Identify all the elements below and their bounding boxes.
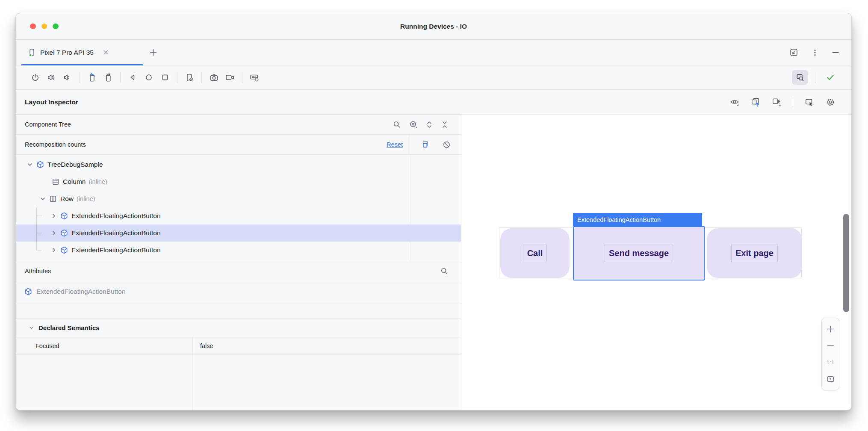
fab-exit-page[interactable]: Exit page — [707, 228, 802, 278]
title-bar: Running Devices - IO — [16, 13, 851, 40]
settings-gear-icon[interactable] — [826, 97, 835, 107]
tree-node-row[interactable]: Row (inline) — [16, 190, 461, 207]
layout-inspector-bar: Layout Inspector — [16, 90, 851, 115]
selection-outline[interactable]: Send message — [573, 226, 705, 280]
android-overview-icon[interactable] — [157, 70, 173, 85]
compose-node-icon — [60, 229, 68, 237]
selected-component-row: ExtendedFloatingActionButton — [16, 281, 461, 302]
android-home-icon[interactable] — [141, 70, 157, 85]
fab-send-message[interactable]: Send message — [576, 229, 702, 277]
layout-inspector-panel: Component Tree Reco — [16, 115, 461, 410]
chevron-right-icon[interactable] — [51, 230, 57, 236]
column-layout-icon — [52, 178, 59, 186]
node-label: ExtendedFloatingActionButton — [71, 246, 161, 254]
node-label: ExtendedFloatingActionButton — [71, 212, 161, 220]
attributes-empty-area — [16, 355, 461, 410]
android-back-icon[interactable] — [124, 70, 141, 85]
node-suffix: (inline) — [89, 178, 107, 185]
screen-record-icon[interactable] — [222, 70, 238, 85]
selection-tooltip: ExtendedFloatingActionButton — [573, 213, 702, 226]
declared-semantics-title: Declared Semantics — [38, 324, 100, 331]
compose-node-icon — [60, 246, 68, 254]
tab-pixel-7-pro[interactable]: Pixel 7 Pro API 35 — [21, 40, 143, 65]
node-label: Column — [63, 178, 86, 186]
active-tab-indicator — [21, 64, 143, 66]
tree-node-efab-1[interactable]: ExtendedFloatingActionButton — [16, 207, 461, 224]
close-tab-icon[interactable] — [103, 50, 109, 55]
show-counts-toggle-icon[interactable] — [421, 141, 429, 149]
zoom-to-fit-button[interactable] — [824, 373, 837, 386]
export-snapshot-icon[interactable] — [751, 97, 760, 107]
tree-node-column[interactable]: Column (inline) — [16, 173, 461, 190]
attributes-title: Attributes — [25, 268, 51, 275]
node-label: TreeDebugSample — [47, 161, 103, 168]
recomposition-counts-row: Recomposition counts Reset — [16, 135, 461, 155]
search-icon[interactable] — [440, 267, 448, 275]
zoom-in-button[interactable] — [824, 323, 837, 336]
add-device-tab-button[interactable] — [146, 45, 160, 60]
zoom-controls: 1:1 — [821, 318, 839, 390]
disable-counts-icon[interactable] — [443, 141, 451, 149]
zoom-actual-size-button[interactable]: 1:1 — [824, 356, 837, 369]
chevron-down-icon[interactable] — [40, 196, 46, 202]
tab-label: Pixel 7 Pro API 35 — [40, 49, 94, 56]
running-devices-window: Running Devices - IO Pixel 7 Pro API 35 — [15, 13, 852, 410]
expand-all-icon[interactable] — [426, 121, 433, 128]
zoom-out-button[interactable] — [824, 339, 837, 352]
semantics-name: Focused — [16, 337, 192, 354]
compose-node-icon — [36, 161, 44, 168]
tree-node-treedebugsample[interactable]: TreeDebugSample — [16, 156, 461, 173]
apply-check-icon[interactable] — [822, 70, 838, 85]
fab-call-label: Call — [523, 245, 547, 262]
more-options-kebab-icon[interactable] — [811, 49, 819, 56]
tree-node-efab-3[interactable]: ExtendedFloatingActionButton — [16, 242, 461, 259]
semantics-row-focused[interactable]: Focused false — [16, 337, 461, 355]
layout-inspector-toggle-icon[interactable] — [792, 70, 808, 85]
node-suffix: (inline) — [77, 195, 95, 202]
tree-node-efab-2-selected[interactable]: ExtendedFloatingActionButton — [16, 224, 461, 242]
rotate-left-icon[interactable] — [84, 70, 100, 85]
device-settings-icon[interactable] — [181, 70, 198, 85]
window-title: Running Devices - IO — [16, 23, 851, 30]
fab-exit-page-label: Exit page — [731, 245, 778, 262]
screenshot-camera-icon[interactable] — [206, 70, 222, 85]
tree-guide-tee — [35, 224, 51, 242]
selected-component-name: ExtendedFloatingActionButton — [36, 288, 126, 295]
device-render-pane[interactable]: Call ExtendedFloatingActionButton Send m… — [461, 115, 851, 410]
highlight-recompositions-eye-icon[interactable] — [730, 97, 739, 107]
tree-guide-tee — [35, 207, 51, 224]
device-tab-bar: Pixel 7 Pro API 35 — [16, 40, 851, 65]
volume-down-icon[interactable] — [59, 70, 76, 85]
chevron-right-icon[interactable] — [51, 247, 57, 253]
recomposition-highlight-icon[interactable] — [409, 121, 417, 129]
attributes-header: Attributes — [16, 261, 461, 281]
rotate-right-icon[interactable] — [100, 70, 116, 85]
chevron-down-icon[interactable] — [27, 162, 33, 168]
power-button-icon[interactable] — [27, 70, 43, 85]
compose-node-icon — [60, 212, 68, 220]
node-label: Row — [60, 195, 74, 203]
fab-call[interactable]: Call — [500, 228, 570, 278]
component-tree-title: Component Tree — [25, 121, 71, 128]
declared-semantics-header[interactable]: Declared Semantics — [16, 318, 461, 337]
select-component-icon[interactable] — [805, 97, 814, 107]
component-tree-header: Component Tree — [16, 115, 461, 135]
vertical-scrollbar-thumb[interactable] — [843, 214, 849, 312]
tree-guide-corner — [35, 242, 51, 259]
view-options-tree-icon[interactable] — [772, 97, 781, 107]
hardware-input-icon[interactable] — [246, 70, 263, 85]
chevron-right-icon[interactable] — [51, 213, 57, 219]
volume-up-icon[interactable] — [43, 70, 59, 85]
device-toolbar — [16, 65, 851, 90]
semantics-value: false — [192, 337, 461, 354]
collapse-all-icon[interactable] — [441, 121, 448, 128]
chevron-down-icon — [29, 325, 34, 331]
search-icon[interactable] — [393, 121, 401, 128]
hide-tool-window-icon[interactable] — [832, 49, 839, 56]
reset-counts-link[interactable]: Reset — [387, 141, 403, 148]
node-label: ExtendedFloatingActionButton — [71, 229, 161, 237]
dock-window-icon[interactable] — [789, 48, 798, 57]
layout-inspector-title: Layout Inspector — [25, 98, 78, 106]
row-layout-icon — [49, 195, 57, 203]
component-tree: TreeDebugSample Column (inline) — [16, 155, 461, 261]
